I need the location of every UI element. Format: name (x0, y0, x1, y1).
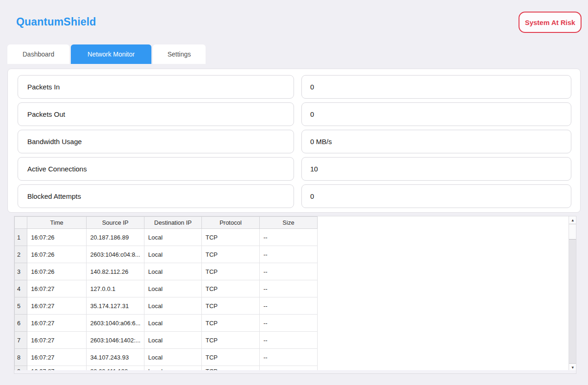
header-protocol[interactable]: Protocol (202, 217, 260, 229)
table-row[interactable]: 7 16:07:27 2603:1046:1402:... Local TCP … (15, 332, 318, 349)
row-number[interactable]: 1 (15, 229, 27, 246)
cell-protocol: TCP (202, 297, 260, 315)
scroll-down-icon: ▼ (571, 366, 575, 370)
cell-destination-ip: Local (144, 280, 202, 297)
scroll-up-icon: ▲ (571, 218, 575, 222)
cell-size: -- (260, 315, 318, 332)
cell-time: 16:07:27 (27, 315, 87, 332)
header-destination-ip[interactable]: Destination IP (144, 217, 202, 229)
scroll-up-button[interactable]: ▲ (569, 216, 576, 224)
metrics-panel: Packets In 0 Packets Out 0 Bandwidth Usa… (7, 69, 581, 213)
vertical-scrollbar[interactable]: ▲ ▼ (569, 216, 576, 371)
cell-protocol: TCP (202, 229, 260, 246)
scrollbar-thumb[interactable] (569, 224, 576, 240)
cell-size: -- (260, 332, 318, 349)
metric-value-blocked-attempts[interactable]: 0 (301, 184, 571, 208)
cell-time: 16:07:27 (27, 349, 87, 366)
header-row-number (15, 217, 27, 229)
metric-label-bandwidth-usage: Bandwidth Usage (18, 130, 294, 153)
cell-time: 16:07:26 (27, 263, 87, 280)
cell-destination-ip: Local (144, 297, 202, 315)
table-row[interactable]: 3 16:07:26 140.82.112.26 Local TCP -- (15, 263, 318, 280)
metric-label-blocked-attempts: Blocked Attempts (18, 184, 294, 208)
cell-protocol: TCP (202, 315, 260, 332)
header-time[interactable]: Time (27, 217, 87, 229)
cell-protocol: TCP (202, 332, 260, 349)
header-size[interactable]: Size (260, 217, 318, 229)
cell-source-ip: 35.174.127.31 (87, 297, 144, 315)
row-number[interactable]: 8 (15, 349, 27, 366)
cell-destination-ip: Local (144, 246, 202, 263)
metric-label-active-connections: Active Connections (18, 157, 294, 181)
cell-size: -- (260, 246, 318, 263)
row-number[interactable]: 7 (15, 332, 27, 349)
cell-source-ip: 34.107.243.93 (87, 349, 144, 366)
cell-size: -- (260, 349, 318, 366)
cell-time: 16:07:26 (27, 229, 87, 246)
metric-value-packets-in[interactable]: 0 (301, 75, 571, 99)
cell-time: 16:07:27 (27, 332, 87, 349)
table-row[interactable]: 8 16:07:27 34.107.243.93 Local TCP -- (15, 349, 318, 366)
cell-source-ip: 20.187.186.89 (87, 229, 144, 246)
cell-size: -- (260, 263, 318, 280)
cell-time: 16:07:27 (27, 280, 87, 297)
metric-label-packets-out: Packets Out (18, 102, 294, 126)
row-number[interactable]: 5 (15, 297, 27, 315)
cell-destination-ip: Local (144, 315, 202, 332)
table-row[interactable]: 1 16:07:26 20.187.186.89 Local TCP -- (15, 229, 318, 246)
cell-size: -- (260, 280, 318, 297)
cell-source-ip: 2603:1046:1402:... (87, 332, 144, 349)
tab-dashboard[interactable]: Dashboard (7, 44, 69, 64)
table-row[interactable]: 5 16:07:27 35.174.127.31 Local TCP -- (15, 297, 318, 315)
row-number[interactable]: 6 (15, 315, 27, 332)
header-source-ip[interactable]: Source IP (87, 217, 144, 229)
row-number[interactable]: 4 (15, 280, 27, 297)
cell-source-ip: 2603:1040:a06:6... (87, 315, 144, 332)
cell-protocol: TCP (202, 280, 260, 297)
metric-value-packets-out[interactable]: 0 (301, 102, 571, 126)
metric-label-packets-in: Packets In (18, 75, 294, 99)
packet-table: Time Source IP Destination IP Protocol S… (14, 216, 318, 371)
tab-network-monitor[interactable]: Network Monitor (71, 44, 151, 64)
cell-destination-ip: Local (144, 229, 202, 246)
cell-protocol: TCP (202, 263, 260, 280)
system-status-button[interactable]: System At Risk (519, 12, 582, 33)
cell-source-ip: 140.82.112.26 (87, 263, 144, 280)
table-row[interactable]: 4 16:07:27 127.0.0.1 Local TCP -- (15, 280, 318, 297)
packet-table-viewport: Time Source IP Destination IP Protocol S… (14, 216, 569, 371)
horizontal-scrollbar-track[interactable] (14, 370, 576, 373)
cell-destination-ip: Local (144, 349, 202, 366)
tab-settings[interactable]: Settings (153, 44, 206, 64)
metric-value-active-connections[interactable]: 10 (301, 157, 571, 181)
row-number[interactable]: 2 (15, 246, 27, 263)
table-row[interactable]: 6 16:07:27 2603:1040:a06:6... Local TCP … (15, 315, 318, 332)
table-row[interactable]: 2 16:07:26 2603:1046:c04:8... Local TCP … (15, 246, 318, 263)
cell-source-ip: 2603:1046:c04:8... (87, 246, 144, 263)
cell-destination-ip: Local (144, 332, 202, 349)
page-title: QuantumShield (16, 16, 96, 28)
packet-table-panel: Time Source IP Destination IP Protocol S… (14, 216, 576, 374)
cell-size: -- (260, 297, 318, 315)
row-number[interactable]: 3 (15, 263, 27, 280)
cell-time: 16:07:26 (27, 246, 87, 263)
cell-time: 16:07:27 (27, 297, 87, 315)
app-window: QuantumShield System At Risk Dashboard N… (0, 0, 588, 385)
cell-source-ip: 127.0.0.1 (87, 280, 144, 297)
cell-size: -- (260, 229, 318, 246)
cell-protocol: TCP (202, 246, 260, 263)
tab-bar: Dashboard Network Monitor Settings (7, 44, 207, 64)
cell-protocol: TCP (202, 349, 260, 366)
cell-destination-ip: Local (144, 263, 202, 280)
table-header-row: Time Source IP Destination IP Protocol S… (15, 217, 318, 229)
metric-value-bandwidth-usage[interactable]: 0 MB/s (301, 130, 571, 153)
